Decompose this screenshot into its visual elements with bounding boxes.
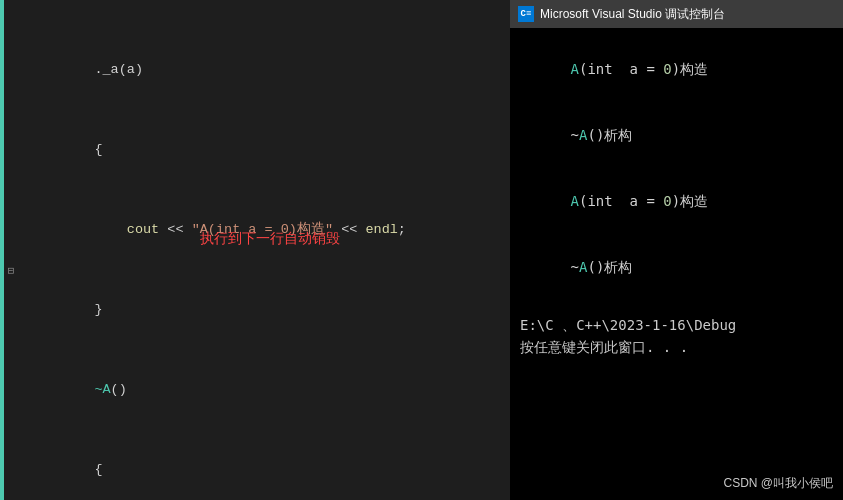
console-titlebar: C≡ Microsoft Visual Studio 调试控制台 [510, 0, 843, 28]
console-output-line: A(int a = 0)构造 [520, 36, 833, 102]
console-output-line: ~A()析构 [520, 102, 833, 168]
console-output-line: A(int a = 0)构造 [520, 168, 833, 234]
fold-icon-main[interactable]: ⊟ [8, 260, 15, 280]
code-line: ~A() [62, 380, 510, 400]
console-close-message: 按任意键关闭此窗口. . . [520, 336, 833, 358]
code-line: ._a(a) [62, 60, 510, 80]
code-line: } [62, 300, 510, 320]
vs-icon: C≡ [518, 6, 534, 22]
code-content: ._a(a) { cout << "A(int a = 0)构造" << end… [52, 0, 510, 500]
editor-panel: ⊟ ._a(a) { [0, 0, 510, 500]
console-panel: C≡ Microsoft Visual Studio 调试控制台 A(int a… [510, 0, 843, 500]
console-path: E:\C 、C++\2023-1-16\Debug [520, 314, 833, 336]
console-body: A(int a = 0)构造 ~A()析构 A(int a = 0)构造 ~A(… [510, 28, 843, 471]
console-title: Microsoft Visual Studio 调试控制台 [540, 6, 725, 23]
console-output-line: ~A()析构 [520, 234, 833, 300]
modified-indicator [0, 0, 4, 500]
code-line: cout << "A(int a = 0)构造" << endl; [62, 220, 510, 240]
console-footer: CSDN @叫我小侯吧 [510, 471, 843, 500]
line-numbers [22, 0, 52, 500]
code-line: { [62, 460, 510, 480]
code-line: { [62, 140, 510, 160]
